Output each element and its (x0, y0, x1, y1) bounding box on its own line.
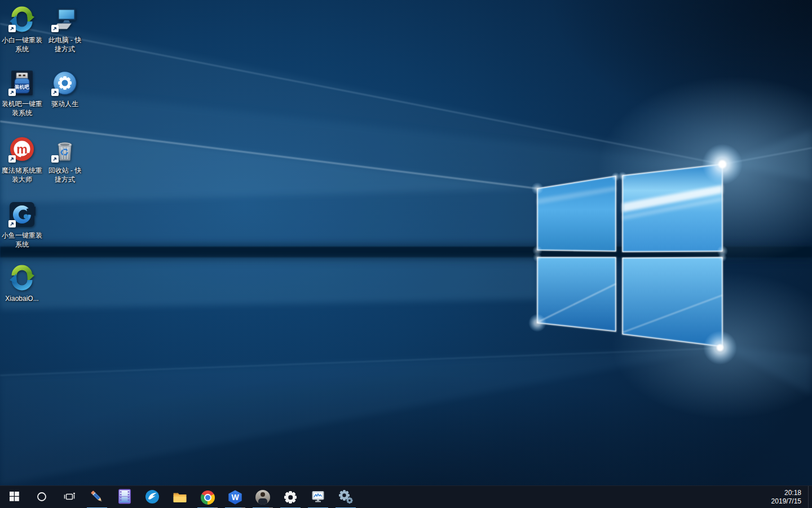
wps-office-button[interactable]: W (223, 486, 248, 508)
video-app-button[interactable] (112, 486, 137, 508)
icon-label: 魔法猪系统重 装大师 (0, 166, 45, 184)
taskbar: W (0, 485, 812, 508)
shortcut-arrow-badge (51, 89, 59, 96)
icon-label: 小白一键重装 系统 (0, 36, 45, 54)
taskbar-clock[interactable]: 20:18 2019/7/15 (766, 486, 808, 508)
clock-date: 2019/7/15 (771, 497, 801, 506)
desktop-icon-zhuangjiba[interactable]: 装机吧 装机吧一键重 装系统 (1, 69, 43, 117)
icon-label: XiaobaiO... (0, 294, 45, 303)
desktop-icon-xiaobai-one-key-reinstall[interactable]: 小白一键重装 系统 (1, 6, 43, 54)
wallpaper-art (0, 0, 812, 485)
desktop-icon-xiaoyu[interactable]: 小鱼一键重装 系统 (1, 201, 43, 249)
wps-icon: W (228, 490, 242, 505)
desktop-icon-this-pc[interactable]: 此电脑 - 快 捷方式 (43, 6, 86, 54)
refresh-arrows-icon (8, 264, 36, 291)
user-account-app-button[interactable] (250, 486, 275, 508)
desktop-icon-driver-life[interactable]: 驱动人生 (43, 69, 86, 108)
desktop-icon-xiaobai-installer[interactable]: XiaobaiO... (1, 264, 43, 303)
search-button[interactable] (29, 486, 54, 508)
chrome-icon (201, 491, 215, 505)
start-button[interactable] (2, 486, 27, 508)
desktop-icon-recycle-bin[interactable]: 回收站 - 快 捷方式 (43, 136, 86, 184)
refresh-arrows-icon (8, 6, 36, 33)
settings-button[interactable] (278, 486, 303, 508)
windows-logo-icon (10, 492, 19, 503)
chrome-button[interactable] (195, 486, 220, 508)
usb-badge-text: 装机吧 (14, 84, 29, 90)
shortcut-arrow-badge (51, 155, 59, 163)
icon-label: 回收站 - 快 捷方式 (42, 166, 87, 184)
file-explorer-button[interactable] (167, 486, 192, 508)
shortcut-arrow-badge (8, 89, 16, 96)
taskbar-buttons: W (0, 486, 361, 508)
gear-icon (284, 491, 297, 504)
shortcut-arrow-badge (8, 25, 16, 32)
task-view-icon (63, 491, 76, 504)
icon-label: 驱动人生 (42, 99, 87, 108)
double-gear-icon (338, 489, 354, 506)
blue-swirl-icon (8, 201, 36, 228)
icon-label: 小鱼一键重装 系统 (0, 231, 45, 249)
services-button[interactable] (333, 486, 358, 508)
desktop-icon-magic-pig[interactable]: m 魔法猪系统重 装大师 (1, 136, 43, 184)
magic-pig-letter: m (16, 142, 28, 156)
icon-label: 装机吧一键重 装系统 (0, 99, 45, 117)
pencil-icon (90, 489, 104, 506)
taskbar-tray: 20:18 2019/7/15 (766, 486, 812, 508)
computer-icon (51, 6, 78, 33)
wps-letter: W (231, 493, 239, 502)
windows-desktop-screen: 小白一键重装 系统 此电脑 - 快 捷方式 (0, 0, 812, 508)
task-manager-button[interactable] (306, 486, 330, 508)
wing-icon (145, 489, 160, 506)
recycle-bin-icon (51, 136, 78, 163)
red-m-logo-icon: m (8, 136, 36, 163)
shortcut-arrow-badge (8, 155, 16, 163)
blue-gear-icon (51, 69, 78, 97)
cortana-circle-icon (37, 492, 47, 503)
clock-time: 20:18 (784, 489, 801, 497)
shortcut-arrow-badge (51, 25, 59, 32)
task-view-button[interactable] (57, 486, 82, 508)
monitor-graph-icon (311, 489, 325, 505)
pencil-app-button[interactable] (85, 486, 109, 508)
user-avatar-icon (255, 490, 270, 505)
icon-label: 此电脑 - 快 捷方式 (42, 36, 87, 54)
shortcut-arrow-badge (8, 220, 16, 227)
desktop-wallpaper (0, 0, 812, 485)
folder-icon (173, 490, 187, 505)
filmstrip-icon (117, 489, 132, 506)
usb-drive-icon: 装机吧 (8, 69, 36, 97)
wing-app-button[interactable] (140, 486, 165, 508)
show-desktop-button[interactable] (808, 486, 812, 508)
